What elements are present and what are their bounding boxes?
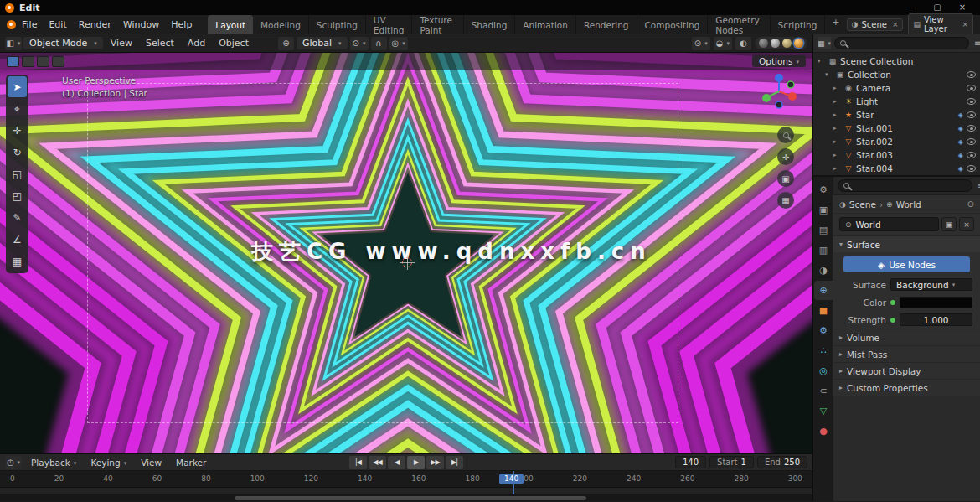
use-nodes-button[interactable]: ◈ Use Nodes xyxy=(843,256,970,272)
global-orientation-icon[interactable]: ⊕ xyxy=(278,37,294,50)
expand-icon[interactable] xyxy=(833,111,841,118)
breadcrumb-scene[interactable]: Scene xyxy=(849,199,876,210)
shading-rendered-button[interactable] xyxy=(794,39,803,48)
tab-object-data[interactable]: ▽ xyxy=(814,401,833,421)
scene-selector[interactable]: ◑ Scene × xyxy=(847,18,904,31)
menu-window[interactable]: Window xyxy=(117,18,165,32)
outliner-search-input[interactable] xyxy=(849,38,963,49)
tab-world[interactable]: ⊕ xyxy=(814,281,833,300)
scene-unlink-icon[interactable]: × xyxy=(890,20,899,28)
tab-rendering[interactable]: Rendering xyxy=(576,15,637,34)
tab-particles[interactable]: ∴ xyxy=(814,341,833,360)
proportional-editing-icon[interactable]: ◎ xyxy=(389,37,408,50)
hide-icon[interactable] xyxy=(967,111,976,118)
timeline-track[interactable] xyxy=(0,488,812,494)
tab-tool[interactable]: ⚙ xyxy=(814,180,833,199)
copy-datablock-button[interactable]: ▣ xyxy=(941,217,957,231)
expand-icon[interactable] xyxy=(825,71,833,78)
menu-render[interactable]: Render xyxy=(73,18,117,32)
tool-annotate-button[interactable]: ✎ xyxy=(8,207,27,228)
world-datablock-field[interactable]: ⊕ World xyxy=(839,217,939,231)
snap-magnet-icon[interactable]: ∩ xyxy=(371,37,387,50)
expand-icon[interactable] xyxy=(833,152,841,158)
expand-icon[interactable] xyxy=(833,165,841,172)
tab-scene[interactable]: ◑ xyxy=(814,261,833,280)
scrollbar-thumb[interactable] xyxy=(235,496,586,500)
marker-menu[interactable]: Marker xyxy=(171,457,211,468)
tool-cursor-button[interactable]: ⌖ xyxy=(8,98,27,119)
menu-file[interactable]: File xyxy=(16,18,43,32)
jump-to-start-button[interactable]: |◀ xyxy=(349,456,367,469)
play-button[interactable]: ▶ xyxy=(407,456,425,469)
outliner-row-star-003[interactable]: ▽ Star.003 ◈ xyxy=(813,148,980,162)
unlink-datablock-button[interactable]: × xyxy=(959,217,974,231)
tab-modeling[interactable]: Modeling xyxy=(253,15,309,34)
outliner-row-camera[interactable]: ◉ Camera xyxy=(813,81,980,95)
outliner-filter-icon[interactable]: ≡ xyxy=(972,39,980,48)
tool-tweak-select-button[interactable]: ➤ xyxy=(8,76,27,97)
mist-pass-panel-header[interactable]: Mist Pass xyxy=(833,345,980,362)
view-menu[interactable]: View xyxy=(136,457,167,468)
overlays-toggle-icon[interactable]: ◒ xyxy=(714,37,732,50)
playhead-frame-label[interactable]: 140 xyxy=(499,474,524,484)
strength-field[interactable]: 1.000 xyxy=(900,313,972,326)
tool-scale-button[interactable]: ◱ xyxy=(8,163,27,184)
options-dropdown[interactable]: Options xyxy=(752,55,806,67)
volume-panel-header[interactable]: Volume xyxy=(833,329,980,345)
tab-scripting[interactable]: Scripting xyxy=(771,15,826,34)
shading-material-button[interactable] xyxy=(782,39,792,48)
toggle-perspective-icon[interactable]: ▦ xyxy=(777,192,794,209)
breadcrumb-world[interactable]: World xyxy=(896,199,921,210)
pin-icon[interactable]: ⊙ xyxy=(967,199,974,209)
hide-icon[interactable] xyxy=(967,71,976,78)
tool-move-button[interactable]: ✛ xyxy=(8,120,27,141)
outliner-row-star-004[interactable]: ▽ Star.004 ◈ xyxy=(813,162,980,175)
properties-search[interactable] xyxy=(838,179,972,192)
keyframe-indicator-icon[interactable] xyxy=(890,318,895,323)
shading-wireframe-button[interactable] xyxy=(759,39,768,48)
timeline-scrollbar[interactable] xyxy=(0,494,812,501)
expand-icon[interactable] xyxy=(833,125,841,132)
menu-edit[interactable]: Edit xyxy=(43,18,72,32)
outliner-row-star-002[interactable]: ▽ Star.002 ◈ xyxy=(813,135,980,148)
mode-dropdown[interactable]: Object Mode xyxy=(23,37,103,49)
tab-material[interactable]: ● xyxy=(814,422,833,441)
color-swatch[interactable] xyxy=(900,297,972,308)
tool-measure-button[interactable]: ∠ xyxy=(8,229,27,250)
properties-search-input[interactable] xyxy=(853,180,967,191)
keyframe-indicator-icon[interactable] xyxy=(890,300,895,305)
next-keyframe-button[interactable]: ▶▶ xyxy=(426,456,444,469)
select-mode-subtract-icon[interactable] xyxy=(37,56,49,67)
playback-menu[interactable]: Playback xyxy=(26,457,81,468)
shading-solid-button[interactable] xyxy=(771,39,780,48)
surface-shader-dropdown[interactable]: Background xyxy=(890,278,972,291)
keying-menu[interactable]: Keying xyxy=(85,457,132,468)
orientation-dropdown[interactable]: Global xyxy=(297,37,348,49)
outliner-row-collection[interactable]: ▣ Collection xyxy=(813,68,980,81)
xray-toggle-icon[interactable]: ◐ xyxy=(735,37,751,50)
tab-view-layer[interactable]: ▥ xyxy=(814,241,833,260)
select-mode-new-icon[interactable] xyxy=(7,56,19,67)
hide-icon[interactable] xyxy=(967,138,976,145)
end-frame-field[interactable]: End250 xyxy=(757,456,807,468)
timeline-ruler[interactable]: 0 20 40 60 80 100 120 140 160 180 200 22… xyxy=(0,471,812,488)
timeline-editor-type-button[interactable]: ◷ xyxy=(5,456,22,469)
play-reverse-button[interactable]: ◀ xyxy=(388,456,405,469)
expand-icon[interactable] xyxy=(833,98,841,105)
tab-render[interactable]: ▣ xyxy=(814,200,833,220)
tab-uv-editing[interactable]: UV Editing xyxy=(366,15,413,34)
pivot-point-icon[interactable]: ⊙ xyxy=(350,37,369,50)
tool-rotate-button[interactable]: ↻ xyxy=(8,142,27,163)
expand-icon[interactable] xyxy=(833,85,841,91)
outliner-row-star-001[interactable]: ▽ Star.001 ◈ xyxy=(813,122,980,135)
surface-panel-header[interactable]: Surface xyxy=(833,235,980,252)
tool-transform-button[interactable]: ◰ xyxy=(8,185,27,206)
menu-help[interactable]: Help xyxy=(165,18,198,32)
menu-select[interactable]: Select xyxy=(140,37,180,49)
tab-shading[interactable]: Shading xyxy=(464,15,516,34)
editor-type-button[interactable]: ◧ xyxy=(5,37,22,50)
pan-hand-icon[interactable]: ✛ xyxy=(777,148,794,165)
select-mode-invert-icon[interactable] xyxy=(52,56,64,67)
menu-add[interactable]: Add xyxy=(182,37,211,49)
tool-add-primitive-button[interactable]: ▦ xyxy=(8,251,27,272)
